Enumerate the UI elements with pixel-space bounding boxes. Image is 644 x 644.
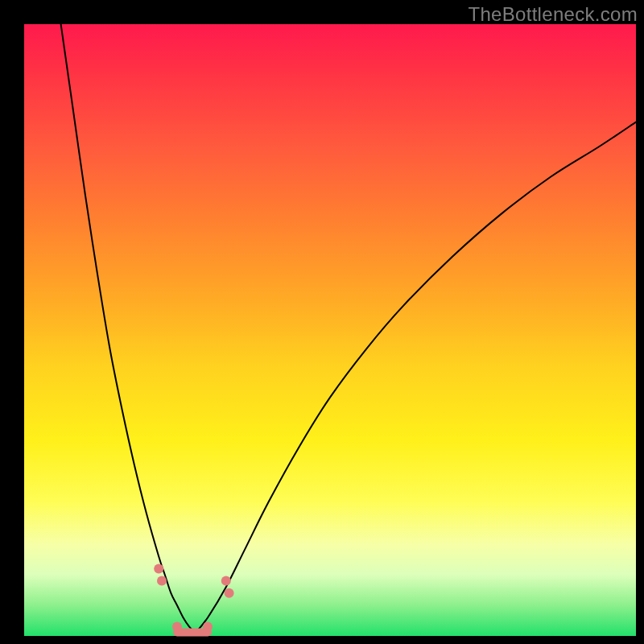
curve-right-branch <box>196 122 636 634</box>
valley-marker-dot <box>154 564 163 573</box>
watermark-text: TheBottleneck.com <box>468 3 638 26</box>
valley-marker-dot <box>225 588 234 598</box>
curve-group <box>61 24 636 633</box>
valley-marker-dot <box>203 622 213 632</box>
curve-left-branch <box>61 24 196 633</box>
chart-frame: TheBottleneck.com <box>0 0 644 644</box>
marker-group <box>154 564 233 632</box>
valley-marker-dot <box>172 622 182 632</box>
chart-svg <box>24 24 636 636</box>
valley-marker-dot <box>157 576 167 586</box>
valley-marker-dot <box>221 576 231 586</box>
